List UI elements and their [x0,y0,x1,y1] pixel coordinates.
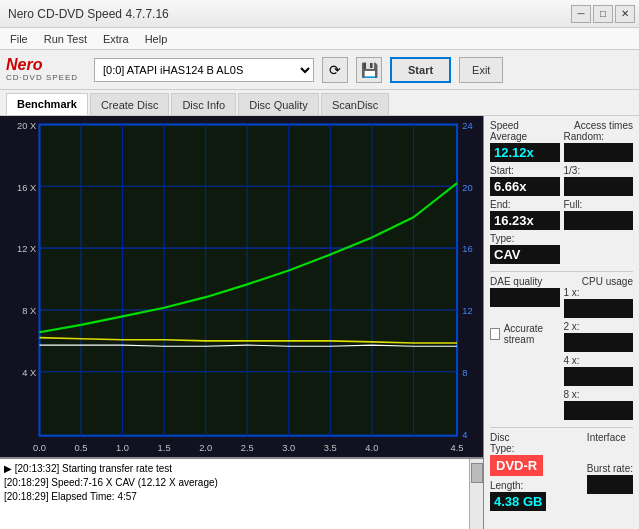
disc-type-section-label: Disc [490,432,509,443]
svg-text:4.0: 4.0 [365,441,378,452]
dae-quality-label: DAE quality [490,276,542,287]
svg-text:0.0: 0.0 [33,441,46,452]
svg-text:12 X: 12 X [17,243,37,254]
menu-file[interactable]: File [4,31,34,47]
random-label: Random: [564,131,634,142]
menu-bar: File Run Test Extra Help [0,28,639,50]
cpu-1x-label: 1 x: [564,287,634,298]
divider-1 [490,271,633,272]
menu-help[interactable]: Help [139,31,174,47]
log-scrollbar[interactable] [469,459,483,529]
app-title: Nero CD-DVD Speed 4.7.7.16 [8,7,169,21]
save-icon-button[interactable]: 💾 [356,57,382,83]
right-panel: Speed Access times Average 12.12x Random… [484,116,639,529]
disc-type-sublabel: Type: [490,443,546,454]
random-value [564,143,634,162]
chart-area: 20 X 16 X 12 X 8 X 4 X 24 20 16 12 8 4 0… [0,116,484,529]
svg-text:8: 8 [462,367,467,378]
start-value: 6.66x [490,177,560,196]
log-area: ▶ [20:13:32] Starting transfer rate test… [0,457,483,529]
window-controls: ─ □ ✕ [571,5,635,23]
start-button[interactable]: Start [390,57,451,83]
cpu-4x-value [564,367,634,386]
disc-length-label: Length: [490,480,546,491]
accurate-stream-label: Accurate stream [504,323,560,345]
cpu-8x-value [564,401,634,420]
svg-text:4: 4 [462,429,467,440]
nero-brand-text: Nero [6,57,78,73]
menu-run-test[interactable]: Run Test [38,31,93,47]
cpu-usage-section: DAE quality CPU usage 1 x: Accurate stre… [490,276,633,421]
log-line-2: [20:18:29] Speed:7-16 X CAV (12.12 X ave… [4,476,479,490]
svg-text:20: 20 [462,181,472,192]
svg-text:2.5: 2.5 [241,441,254,452]
disc-info-section: Disc Type: DVD-R Length: 4.38 GB Interfa… [490,432,633,512]
full-label: Full: [564,199,634,210]
drive-selector[interactable]: [0:0] ATAPI iHAS124 B AL0S [94,58,314,82]
burst-rate-value [587,475,633,494]
disc-type-badge: DVD-R [490,455,543,476]
end-value: 16.23x [490,211,560,230]
divider-2 [490,427,633,428]
cpu-2x-value [564,333,634,352]
tab-disc-info[interactable]: Disc Info [171,93,236,115]
one-third-value [564,177,634,196]
svg-text:8 X: 8 X [22,305,37,316]
interface-label: Interface [587,432,626,443]
benchmark-chart: 20 X 16 X 12 X 8 X 4 X 24 20 16 12 8 4 0… [0,116,483,457]
cpu-usage-label: CPU usage [582,276,633,287]
svg-text:3.0: 3.0 [282,441,295,452]
burst-rate-label: Burst rate: [587,463,633,474]
nero-sub-brand: CD·DVD SPEED [6,73,78,82]
close-button[interactable]: ✕ [615,5,635,23]
tab-scan-disc[interactable]: ScanDisc [321,93,389,115]
accurate-stream-row: Accurate stream [490,323,560,345]
cpu-2x-label: 2 x: [564,321,634,332]
type-label: Type: [490,233,560,244]
full-value [564,211,634,230]
cpu-4x-label: 4 x: [564,355,634,366]
minimize-button[interactable]: ─ [571,5,591,23]
svg-text:3.5: 3.5 [324,441,337,452]
log-content[interactable]: ▶ [20:13:32] Starting transfer rate test… [0,459,483,529]
svg-text:1.0: 1.0 [116,441,129,452]
cpu-1x-value [564,299,634,318]
start-label: Start: [490,165,560,176]
scrollbar-thumb[interactable] [471,463,483,483]
dae-value [490,288,560,307]
disc-length-value: 4.38 GB [490,492,546,511]
toolbar: Nero CD·DVD SPEED [0:0] ATAPI iHAS124 B … [0,50,639,90]
access-times-label: Access times [574,120,633,131]
tab-create-disc[interactable]: Create Disc [90,93,169,115]
nero-logo: Nero CD·DVD SPEED [6,57,78,82]
menu-extra[interactable]: Extra [97,31,135,47]
svg-text:0.5: 0.5 [75,441,88,452]
type-value: CAV [490,245,560,264]
average-value: 12.12x [490,143,560,162]
svg-text:2.0: 2.0 [199,441,212,452]
svg-text:16: 16 [462,243,472,254]
accurate-stream-checkbox[interactable] [490,328,500,340]
svg-rect-1 [39,125,457,436]
svg-text:12: 12 [462,305,472,316]
tab-disc-quality[interactable]: Disc Quality [238,93,319,115]
cpu-8x-label: 8 x: [564,389,634,400]
end-label: End: [490,199,560,210]
svg-text:1.5: 1.5 [158,441,171,452]
svg-text:4.5: 4.5 [451,441,464,452]
maximize-button[interactable]: □ [593,5,613,23]
svg-text:20 X: 20 X [17,120,37,131]
refresh-icon-button[interactable]: ⟳ [322,57,348,83]
average-label: Average [490,131,560,142]
title-bar: Nero CD-DVD Speed 4.7.7.16 ─ □ ✕ [0,0,639,28]
svg-text:4 X: 4 X [22,367,37,378]
tab-bar: Benchmark Create Disc Disc Info Disc Qua… [0,90,639,116]
svg-text:24: 24 [462,120,472,131]
tab-benchmark[interactable]: Benchmark [6,93,88,115]
main-content: 20 X 16 X 12 X 8 X 4 X 24 20 16 12 8 4 0… [0,116,639,529]
speed-section: Speed Access times Average 12.12x Random… [490,120,633,265]
speed-label: Speed [490,120,519,131]
log-line-1: ▶ [20:13:32] Starting transfer rate test [4,462,479,476]
chart-container: 20 X 16 X 12 X 8 X 4 X 24 20 16 12 8 4 0… [0,116,483,457]
exit-button[interactable]: Exit [459,57,503,83]
